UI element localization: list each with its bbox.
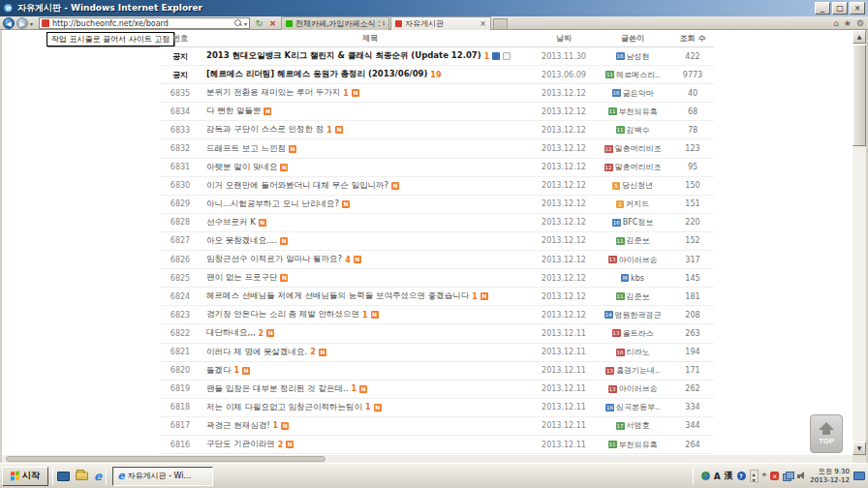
favorites-icon[interactable]: ★ <box>844 16 852 30</box>
minimize-button[interactable]: _ <box>815 2 830 15</box>
member-level-icon: 13 <box>605 367 614 375</box>
author-link[interactable]: 아이러브송 <box>619 255 658 265</box>
address-dropdown-icon[interactable]: ▾ <box>244 20 247 27</box>
author-link[interactable]: 부천의유혹 <box>619 107 658 117</box>
tab-close-icon[interactable]: × <box>480 19 486 28</box>
home-icon[interactable]: ⌂ <box>833 16 839 30</box>
author-cell: Mkbs <box>594 274 671 283</box>
scroll-up-icon[interactable]: ▲ <box>852 30 866 44</box>
horizontal-scrollbar[interactable] <box>2 455 852 463</box>
post-title-link[interactable]: 아오 못참겠네요.... <box>206 235 277 247</box>
post-title-link[interactable]: [헤르메스 리더팀] 헤르메스 응원가 총정리 (2013/06/09) <box>206 69 427 80</box>
author-link[interactable]: kbs <box>631 274 644 283</box>
tray-expand-icon[interactable]: ▴▾ <box>750 470 759 482</box>
author-link[interactable]: 영원한곽경근 <box>615 310 662 320</box>
author-link[interactable]: 말총머리비조 <box>615 162 662 172</box>
board-row: 6833감독과 구단이 스스로 인정한 점1N2013.12.1211김백수78 <box>160 121 714 139</box>
author-link[interactable]: 울트라스 <box>623 328 654 339</box>
post-title-link[interactable]: 아랫분 말이 맞네요 <box>206 162 277 173</box>
tab-cafe-news[interactable]: 전체카페,가입카페소식 : 네... <box>281 16 389 30</box>
author-link[interactable]: 홈경기는내.. <box>616 365 660 376</box>
post-title-link[interactable]: 헤르메스 선배님들 저에게 선배님들의 능력을 보여주셨으면 좋겠습니다 <box>206 290 469 302</box>
post-title-link[interactable]: 아니...시험공부하고 오니 난리네요? <box>206 198 339 210</box>
post-title-link[interactable]: 이거 오랜만에 들어와봤더니 대체 무슨 일입니까? <box>206 180 388 192</box>
taskbar-clock[interactable]: 오전 9:30 2013-12-12 <box>810 468 850 485</box>
tray-monitor-icon[interactable] <box>853 472 865 480</box>
post-title-link[interactable]: 임창근선수 이적료가 얼마나 될까요? <box>206 254 342 265</box>
vertical-scroll-thumb[interactable] <box>852 45 866 146</box>
author-link[interactable]: BFC정보 <box>623 217 654 228</box>
post-title-link[interactable]: 2013 현대오일뱅크 K리그 챌린지 & 클래식 최종순위 (Update 1… <box>206 50 481 62</box>
stop-button[interactable]: × <box>266 17 279 29</box>
author-link[interactable]: 말총머리비조 <box>615 143 662 154</box>
author-link[interactable]: 김준보 <box>627 291 650 302</box>
volume-icon[interactable] <box>797 472 806 480</box>
ime-language-icon[interactable] <box>701 472 710 480</box>
ie-quicklaunch-icon[interactable]: e <box>94 471 102 482</box>
refresh-button[interactable]: ↻ <box>253 17 265 29</box>
member-level-icon: 5 <box>612 182 620 190</box>
view-count: 334 <box>671 403 714 412</box>
network-icon[interactable] <box>783 472 793 480</box>
back-button[interactable]: ◀ <box>3 17 15 29</box>
post-title-link[interactable]: 곽경근 현재심경! <box>206 420 270 432</box>
scroll-down-icon[interactable]: ▼ <box>852 442 866 455</box>
post-date: 2013.12.12 <box>534 126 594 135</box>
maximize-button[interactable]: □ <box>832 2 848 15</box>
author-link[interactable]: 부천의유혹 <box>619 440 658 450</box>
ime-help-icon[interactable]: ? <box>737 472 746 480</box>
close-button[interactable]: × <box>850 2 865 15</box>
tab-free-board[interactable]: 자유게시판 × <box>390 16 491 30</box>
post-title-link[interactable]: 팬들 입장은 대부분 정리된 것 같은데.. <box>206 383 348 395</box>
ime-hanja-icon[interactable]: 漢 <box>725 470 733 482</box>
post-title-link[interactable]: 분위기 전환용 재미있는 루머 두가지 <box>206 87 340 99</box>
author-link[interactable]: 김백수 <box>627 125 650 136</box>
author-link[interactable]: 헤르메스리.. <box>616 70 660 80</box>
horizontal-scroll-thumb[interactable] <box>6 456 326 462</box>
post-title-link[interactable]: 이러다 제 명에 못살겠네요. <box>206 347 307 358</box>
show-desktop-icon[interactable] <box>57 472 70 481</box>
post-date: 2013.12.12 <box>534 199 594 208</box>
new-tab-button[interactable] <box>493 18 508 30</box>
author-link[interactable]: 당신청년 <box>622 180 653 191</box>
author-link[interactable]: 티라노 <box>627 347 650 357</box>
post-title-link[interactable]: 저는 이제 다필요없고 임창근이적하는팀이 <box>206 402 362 413</box>
member-level-icon: 14 <box>604 311 613 319</box>
author-link[interactable]: 굶은악마 <box>623 88 654 99</box>
post-title-link[interactable]: 팬이 없는 프로구단 <box>206 272 277 284</box>
post-title-link[interactable]: 감독과 구단이 스스로 인정한 점 <box>206 124 324 136</box>
ime-alpha-icon[interactable]: A <box>714 472 721 481</box>
author-link[interactable]: 서영호 <box>627 420 650 431</box>
post-title-link[interactable]: 경기장 안온다는 소리 좀 제발 안하셨으면 <box>206 309 359 320</box>
post-title-link[interactable]: 선수브로커 K <box>206 217 256 229</box>
member-level-icon: 16 <box>616 52 625 60</box>
member-level-icon: 2 <box>616 200 624 208</box>
address-bar[interactable]: http://bucheonfc.net/xe/board ▾ <box>39 17 250 29</box>
author-link[interactable]: 남성현 <box>627 51 650 62</box>
author-link[interactable]: 심곡본동부.. <box>616 402 660 412</box>
member-level-icon: 13 <box>612 329 621 337</box>
tools-gear-icon[interactable]: ⚙ <box>856 16 864 30</box>
author-link[interactable]: 커지드 <box>626 198 649 209</box>
author-link[interactable]: 김준보 <box>627 235 650 246</box>
start-button[interactable]: 시작 <box>2 467 48 486</box>
title-cell: 임창근선수 이적료가 얼마나 될까요?4N <box>201 254 534 265</box>
vertical-scrollbar[interactable]: ▲ ▼ <box>852 30 866 455</box>
tray-pin-icon[interactable]: * <box>762 472 767 481</box>
security-alert-icon[interactable]: × <box>770 472 779 480</box>
history-dropdown-icon[interactable]: ▾ <box>30 20 33 27</box>
post-title-link[interactable]: 돌겠다 <box>206 365 232 377</box>
board-row: 6829아니...시험공부하고 오니 난리네요?N2013.12.122커지드1… <box>160 196 714 214</box>
search-icon[interactable] <box>234 19 242 27</box>
post-title-link[interactable]: 다 뻔한 말들뿐 <box>206 106 261 117</box>
member-level-icon: 11 <box>605 71 614 78</box>
post-title-link[interactable]: 대단하네요,,, <box>206 327 256 339</box>
taskbar-window-button[interactable]: e 자유게시판 - Wi... <box>112 467 213 486</box>
folder-icon[interactable] <box>76 472 88 480</box>
post-title-link[interactable]: 구단도 기관이라면 <box>206 439 275 450</box>
author-link[interactable]: 아이러브송 <box>619 383 658 394</box>
post-title-link[interactable]: 드래프트 보고 느낀점 <box>206 143 286 155</box>
url-text[interactable]: http://bucheonfc.net/xe/board <box>52 19 234 28</box>
forward-button[interactable]: ▶ <box>16 17 28 29</box>
scroll-to-top-button[interactable]: TOP <box>810 414 843 453</box>
